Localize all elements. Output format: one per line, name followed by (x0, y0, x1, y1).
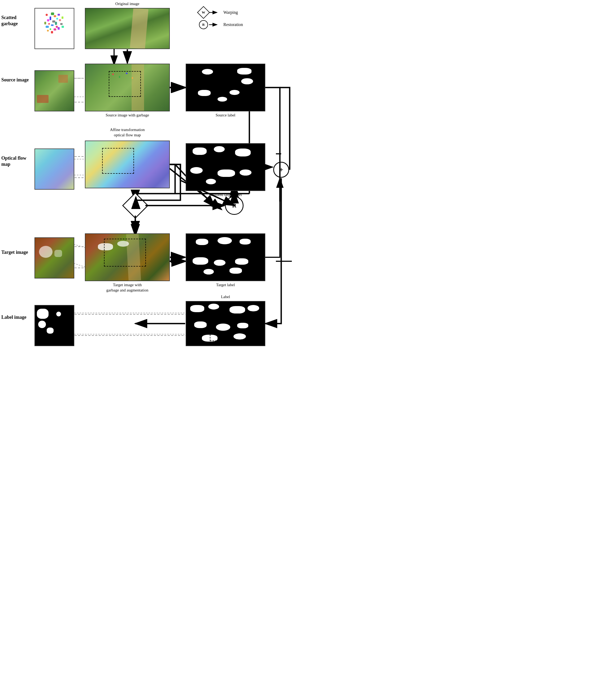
legend-r-circle: R (199, 20, 208, 29)
target-image-label: Target image (1, 249, 33, 255)
legend-restoration-text: Restoration (223, 22, 243, 27)
target-image-with-garbage (85, 233, 170, 281)
source-image-thumbnail (34, 70, 74, 112)
target-garbage-caption-container: Target image withgarbage and augmentatio… (85, 282, 170, 293)
w-diamond-label: W (132, 202, 138, 209)
target-image-text: Target image (1, 250, 28, 255)
optical-flow-label: Optical flow map (1, 155, 33, 168)
label-image-text: Label image (1, 314, 27, 320)
source-label-caption-container: Source label (186, 113, 265, 118)
target-garbage-caption: Target image withgarbage and augmentatio… (106, 283, 148, 292)
affine-flow-caption: Affine transformationoptical flow map (110, 128, 145, 137)
legend-restoration-arrow (209, 22, 220, 27)
restored-target-label-caption-container: Restored target label (186, 192, 265, 197)
affine-flow-image (85, 140, 170, 188)
legend: W Warping R Restoration (199, 8, 243, 32)
optical-flow-text: Optical flow map (1, 155, 27, 167)
affine-flow-caption-container: Affine transformationoptical flow map (85, 127, 170, 138)
plus-circle: + (273, 162, 289, 178)
optical-flow-thumbnail (34, 149, 74, 190)
legend-warping-text: Warping (223, 10, 238, 15)
scattered-garbage-text: Scatted garbage (1, 15, 18, 26)
restored-target-label-image (186, 143, 265, 191)
r-circle: R (225, 196, 244, 215)
source-label-image (186, 64, 265, 112)
target-garbage-dashed-box (104, 239, 146, 267)
scattered-garbage-label: Scatted garbage (1, 15, 33, 27)
target-label-image (186, 233, 265, 281)
legend-warping-arrow (209, 10, 220, 15)
source-image-with-garbage-caption-container: Source image with garbage (85, 113, 170, 118)
source-image-with-garbage-caption: Source image with garbage (106, 113, 149, 117)
flow-dashed-box (102, 148, 134, 174)
label-large-caption: Label (221, 295, 230, 299)
original-image (85, 8, 170, 49)
target-label-caption-container: Target label (186, 282, 265, 288)
legend-w-label: W (202, 10, 205, 15)
source-image-with-garbage (85, 64, 170, 112)
label-large-caption-container: Label (186, 294, 265, 300)
source-garbage-dashed-box (109, 71, 141, 97)
legend-r-label: R (202, 23, 205, 27)
source-image-text: Source image (1, 77, 29, 83)
legend-w-diamond: W (197, 6, 210, 19)
label-large-image (186, 301, 265, 346)
source-label-caption: Source label (216, 113, 236, 117)
plus-symbol: + (279, 165, 283, 174)
label-image-thumbnail (34, 305, 74, 346)
label-image-label: Label image (1, 314, 33, 321)
restored-target-label-caption: Restored target label (209, 193, 242, 197)
source-image-label: Source image (1, 77, 33, 83)
w-diamond-container: W (126, 196, 145, 215)
label-large-dashed-box (210, 317, 253, 341)
diagram: W Warping R Restoration Scatted garbage (0, 0, 308, 348)
legend-restoration: R Restoration (199, 20, 243, 29)
target-image-thumbnail (34, 237, 74, 279)
scattered-garbage-thumbnail (34, 8, 74, 49)
target-label-caption: Target label (216, 283, 235, 287)
original-image-caption-container: Original image (85, 1, 170, 6)
original-image-caption: Original image (115, 2, 139, 6)
legend-warping: W Warping (199, 8, 243, 17)
r-circle-label: R (232, 202, 236, 209)
